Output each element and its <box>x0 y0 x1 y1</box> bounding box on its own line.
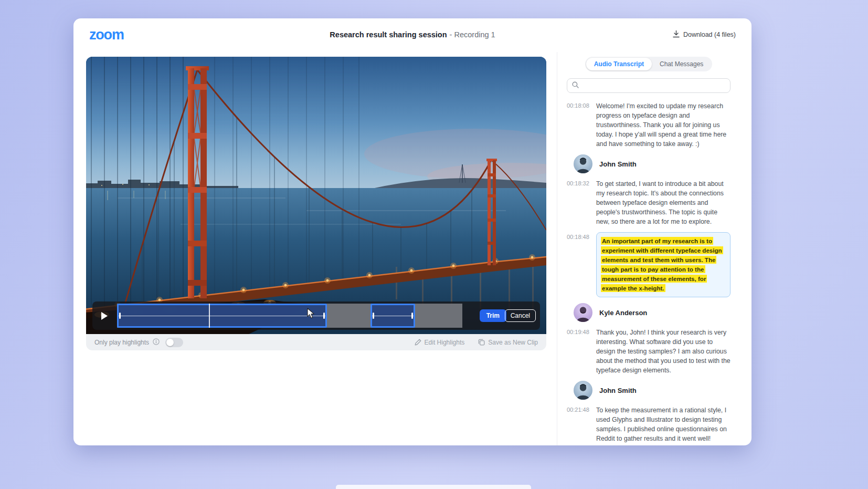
download-label: Download (4 files) <box>683 31 736 38</box>
transcript-text: To keep the measurement in a rational st… <box>596 405 731 443</box>
highlighted-text: An important part of my research is to e… <box>601 237 723 292</box>
speaker-name: John Smith <box>599 387 637 394</box>
video-player[interactable]: Trim Cancel <box>86 57 546 334</box>
trim-button[interactable]: Trim <box>480 309 506 322</box>
transcript-entry-highlighted[interactable]: 00:18:48 An important part of my researc… <box>567 233 731 297</box>
recording-label: - Recording 1 <box>450 30 495 39</box>
tab-audio-transcript[interactable]: Audio Transcript <box>586 58 652 70</box>
edit-highlights-button[interactable]: Edit Highlights <box>415 339 465 346</box>
video-frame-golden-gate-bridge <box>86 57 546 334</box>
transcript-text: Welcome! I'm excited to update my resear… <box>596 101 731 149</box>
speaker-row: John Smith <box>567 154 731 173</box>
trim-selection-1[interactable] <box>117 304 327 328</box>
selection-left-handle[interactable] <box>373 313 374 319</box>
download-button[interactable]: Download (4 files) <box>673 30 736 39</box>
selection-right-handle[interactable] <box>323 313 325 319</box>
transcript-timestamp: 00:18:48 <box>567 233 591 297</box>
highlight-box: An important part of my research is to e… <box>596 232 731 297</box>
recording-window: zoom Research result sharing session- Re… <box>73 18 751 445</box>
trim-bar: Trim Cancel <box>92 301 540 330</box>
play-icon <box>101 312 108 320</box>
only-play-highlights-label: Only play highlights <box>94 339 149 346</box>
panel-divider <box>557 52 557 445</box>
pencil-icon <box>415 339 421 346</box>
transcript-entry[interactable]: 00:19:48 Thank you, John! I think your r… <box>567 328 731 375</box>
selection-midline <box>372 316 414 316</box>
cancel-button[interactable]: Cancel <box>505 309 536 322</box>
player-toolbar: Only play highlights Edit Highlights Sav… <box>86 334 546 350</box>
save-as-new-clip-button[interactable]: Save as New Clip <box>478 339 538 346</box>
page-title: Research result sharing session- Recordi… <box>330 30 495 39</box>
trim-timeline[interactable] <box>117 304 462 328</box>
transcript-panel: Audio Transcript Chat Messages 00:18:08 … <box>567 57 731 443</box>
zoom-logo: zoom <box>89 27 124 43</box>
avatar <box>574 303 592 322</box>
taskbar-hint <box>336 485 531 489</box>
selection-right-handle[interactable] <box>411 313 413 319</box>
save-as-new-clip-label: Save as New Clip <box>488 339 538 346</box>
transcript-timestamp: 00:21:48 <box>567 405 591 443</box>
speaker-row: John Smith <box>567 381 731 400</box>
person-avatar-icon <box>574 303 592 322</box>
person-avatar-icon <box>574 154 592 173</box>
speaker-row: Kyle Anderson <box>567 303 731 322</box>
avatar <box>574 154 592 173</box>
transcript-entry[interactable]: 00:18:08 Welcome! I'm excited to update … <box>567 101 731 149</box>
transcript-entries: 00:18:08 Welcome! I'm excited to update … <box>567 101 731 443</box>
search-icon <box>572 81 579 90</box>
speaker-name: John Smith <box>599 160 637 168</box>
edit-highlights-label: Edit Highlights <box>425 339 465 346</box>
header: zoom Research result sharing session- Re… <box>73 18 751 51</box>
info-icon <box>153 338 160 347</box>
trim-selection-2[interactable] <box>371 304 415 328</box>
transcript-entry[interactable]: 00:21:48 To keep the measurement in a ra… <box>567 405 731 443</box>
panel-tabs: Audio Transcript Chat Messages <box>567 57 731 71</box>
transcript-entry[interactable]: 00:18:32 To get started, I want to intro… <box>567 179 731 226</box>
transcript-timestamp: 00:18:08 <box>567 101 591 149</box>
video-player-wrap: Trim Cancel Only play highlights Edit Hi… <box>86 57 546 350</box>
clip-copy-icon <box>478 339 485 346</box>
selection-midline <box>119 316 325 316</box>
transcript-text: Thank you, John! I think your research i… <box>596 328 731 375</box>
selection-left-handle[interactable] <box>119 313 121 319</box>
transcript-search[interactable] <box>567 78 731 93</box>
transcript-timestamp: 00:18:32 <box>567 179 591 226</box>
speaker-name: Kyle Anderson <box>599 309 647 317</box>
transcript-timestamp: 00:19:48 <box>567 328 591 375</box>
mouse-cursor <box>306 308 315 319</box>
play-button[interactable] <box>92 301 117 330</box>
avatar <box>574 381 592 400</box>
playhead[interactable] <box>209 304 210 328</box>
tab-chat-messages[interactable]: Chat Messages <box>652 58 711 70</box>
only-play-highlights-toggle[interactable] <box>165 338 183 347</box>
session-title: Research result sharing session <box>330 30 447 39</box>
person-avatar-icon <box>574 381 592 400</box>
search-input[interactable] <box>582 82 725 89</box>
toggle-knob <box>166 339 174 346</box>
download-icon <box>673 30 680 39</box>
transcript-text: To get started, I want to introduce a bi… <box>596 179 731 226</box>
